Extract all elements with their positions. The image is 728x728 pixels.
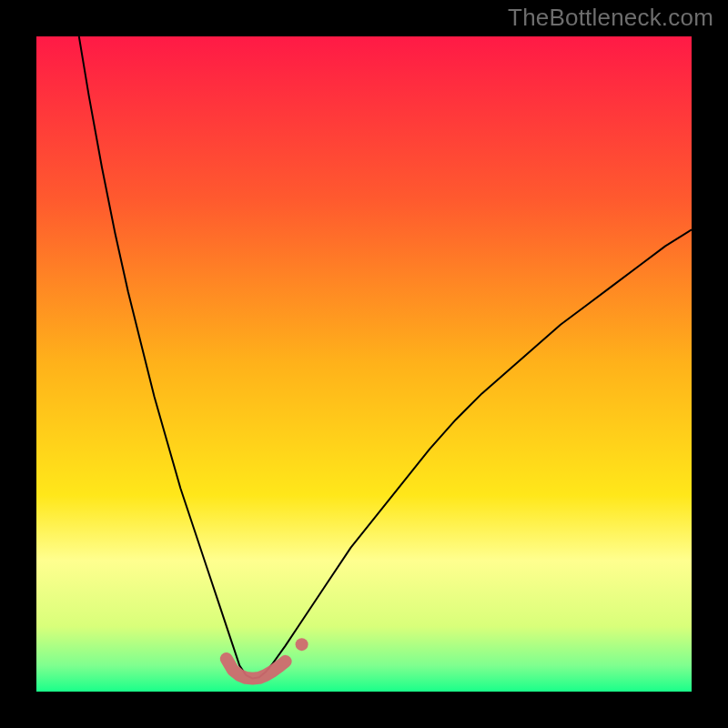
chart-frame: TheBottleneck.com [0,0,728,728]
chart-svg [36,36,692,692]
watermark-label: TheBottleneck.com [508,4,713,32]
plot-area [36,36,692,692]
highlight-dot [296,638,308,651]
heatmap-background [36,36,692,692]
